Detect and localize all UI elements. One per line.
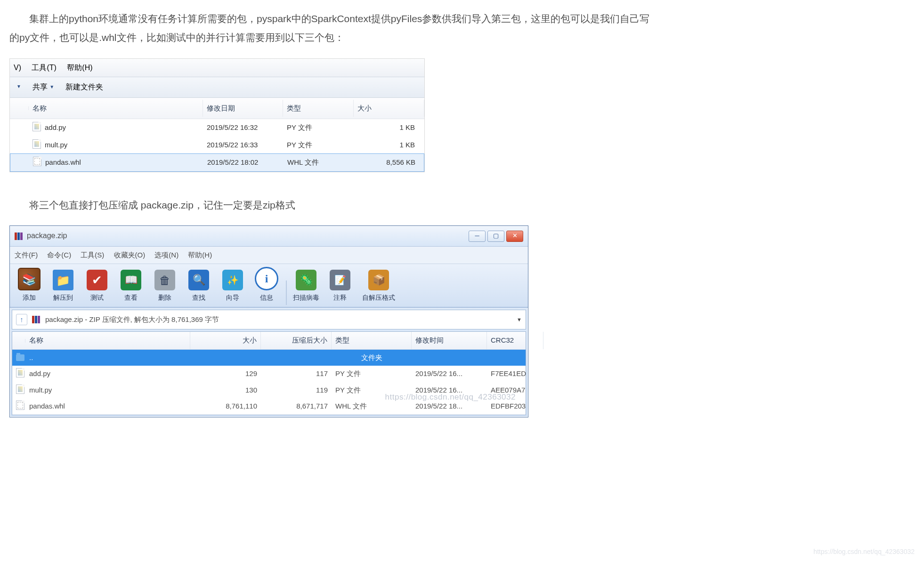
new-folder-button[interactable]: 新建文件夹 (65, 80, 103, 94)
col-crc[interactable]: CRC32 (487, 332, 543, 349)
winrar-window: package.zip ─ ▢ ✕ 文件(F) 命令(C) 工具(S) 收藏夹(… (9, 225, 528, 417)
up-button[interactable]: ↑ (16, 314, 27, 325)
col-size[interactable]: 大小 (354, 100, 424, 117)
archive-path-text: package.zip - ZIP 压缩文件, 解包大小为 8,761,369 … (45, 313, 219, 327)
winrar-menubar[interactable]: 文件(F) 命令(C) 工具(S) 收藏夹(O) 选项(N) 帮助(H) (10, 247, 528, 264)
toolbar-测试[interactable]: 测试 (81, 269, 113, 305)
maximize-button[interactable]: ▢ (487, 231, 504, 242)
org-dropdown-icon[interactable]: ▼ (16, 82, 21, 91)
close-button[interactable]: ✕ (506, 231, 523, 242)
col-date[interactable]: 修改日期 (203, 100, 283, 117)
winrar-pathbar[interactable]: ↑ package.zip - ZIP 压缩文件, 解包大小为 8,761,36… (12, 310, 526, 330)
parent-type: 文件夹 (361, 351, 382, 365)
ic-extract-icon (53, 270, 73, 290)
ic-sfx-icon (368, 270, 389, 290)
col-size[interactable]: 大小 (190, 332, 261, 349)
menu-help[interactable]: 帮助(H) (67, 64, 92, 72)
archive-file-row[interactable]: pandas.whl8,761,1108,671,717WHL 文件2019/5… (12, 398, 526, 415)
file-row[interactable]: add.py2019/5/22 16:32PY 文件1 KB (10, 119, 424, 136)
ic-info-icon (255, 267, 278, 290)
file-icon (32, 122, 41, 131)
winrar-app-icon (15, 232, 23, 240)
ic-wiz-icon (222, 270, 243, 290)
path-dropdown-icon[interactable]: ▼ (517, 315, 522, 325)
ic-find-icon (188, 270, 209, 290)
file-icon (32, 139, 41, 149)
archive-file-row[interactable]: mult.py130119PY 文件2019/5/22 16...AEE079A… (12, 382, 526, 399)
ic-add-icon (18, 268, 41, 290)
col-type[interactable]: 类型 (283, 100, 354, 117)
ic-del-icon (154, 270, 175, 290)
toolbar-separator (286, 280, 287, 305)
ic-test-icon (87, 270, 107, 290)
col-date[interactable]: 修改时间 (412, 332, 487, 349)
toolbar-解压到[interactable]: 解压到 (47, 269, 80, 305)
col-name[interactable]: 名称 (29, 100, 203, 117)
winrar-titlebar[interactable]: package.zip ─ ▢ ✕ (10, 226, 528, 246)
toolbar-注释[interactable]: 注释 (324, 269, 357, 305)
explorer-menubar[interactable]: V) 工具(T) 帮助(H) (10, 59, 424, 77)
col-type[interactable]: 类型 (332, 332, 412, 349)
parent-folder-row[interactable]: .. 文件夹 (12, 350, 526, 366)
winrar-file-table: 名称 大小 压缩后大小 类型 修改时间 CRC32 .. 文件夹 add.py1… (12, 331, 526, 415)
menu-cmd[interactable]: 命令(C) (47, 251, 71, 259)
parent-name: .. (25, 350, 190, 366)
file-row[interactable]: pandas.whl2019/5/22 18:02WHL 文件8,556 KB (10, 153, 424, 172)
folder-icon (16, 354, 24, 361)
ic-virus-icon (296, 270, 316, 290)
explorer-header-row[interactable]: 名称 修改日期 类型 大小 (10, 98, 424, 120)
toolbar-自解压格式[interactable]: 自解压格式 (357, 269, 400, 305)
toolbar-查看[interactable]: 查看 (114, 269, 147, 305)
toolbar-添加[interactable]: 添加 (13, 267, 46, 305)
file-icon (16, 368, 24, 377)
col-packed[interactable]: 压缩后大小 (261, 332, 332, 349)
share-button[interactable]: 共享 ▼ (32, 80, 54, 94)
menu-fav[interactable]: 收藏夹(O) (114, 251, 146, 259)
menu-v[interactable]: V) (14, 64, 21, 72)
menu-tools[interactable]: 工具(T) (32, 64, 56, 72)
paragraph-zip: 将三个包直接打包压缩成 package.zip，记住一定要是zip格式 (9, 196, 650, 215)
ic-cmt-icon (330, 270, 350, 290)
file-icon (16, 401, 24, 410)
archive-file-row[interactable]: add.py129117PY 文件2019/5/22 16...F7EE41ED (12, 366, 526, 382)
ic-view-icon (121, 270, 141, 290)
winrar-header-row[interactable]: 名称 大小 压缩后大小 类型 修改时间 CRC32 (12, 332, 526, 350)
file-icon (16, 385, 24, 394)
explorer-toolbar[interactable]: ▼ 共享 ▼ 新建文件夹 (10, 77, 424, 97)
winrar-toolbar[interactable]: 添加解压到测试查看删除查找向导信息扫描病毒注释自解压格式 (10, 264, 528, 308)
winrar-title-text: package.zip (27, 229, 67, 243)
toolbar-向导[interactable]: 向导 (216, 269, 249, 305)
archive-icon (32, 316, 41, 323)
menu-file[interactable]: 文件(F) (15, 251, 38, 259)
toolbar-删除[interactable]: 删除 (148, 269, 181, 305)
toolbar-扫描病毒[interactable]: 扫描病毒 (290, 269, 323, 305)
paragraph-intro: 集群上的python环境通常没有任务计算所需要的包，pyspark中的Spark… (9, 9, 650, 47)
minimize-button[interactable]: ─ (469, 231, 486, 242)
file-row[interactable]: mult.py2019/5/22 16:33PY 文件1 KB (10, 136, 424, 154)
menu-opt[interactable]: 选项(N) (154, 251, 178, 259)
file-icon (33, 157, 41, 166)
explorer-window: V) 工具(T) 帮助(H) ▼ 共享 ▼ 新建文件夹 名称 修改日期 类型 大… (9, 58, 425, 172)
toolbar-信息[interactable]: 信息 (250, 266, 283, 305)
menu-tool[interactable]: 工具(S) (81, 251, 104, 259)
menu-help[interactable]: 帮助(H) (188, 251, 212, 259)
toolbar-查找[interactable]: 查找 (182, 269, 215, 305)
col-name[interactable]: 名称 (25, 332, 190, 349)
